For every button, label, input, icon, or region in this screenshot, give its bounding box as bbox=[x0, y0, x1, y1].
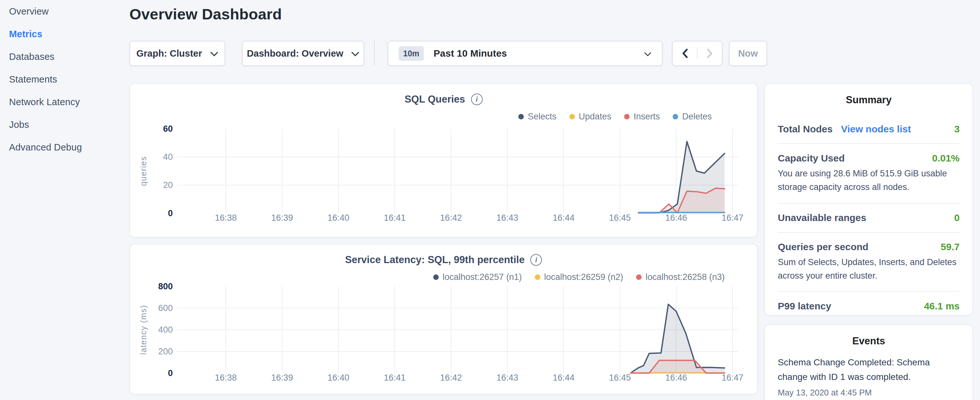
legend-label: localhost:26258 (n3) bbox=[646, 272, 725, 282]
dashboard-dropdown[interactable]: Dashboard: Overview bbox=[242, 41, 364, 66]
chart-title: Service Latency: SQL, 99th percentile bbox=[345, 254, 525, 266]
legend-dot-icon bbox=[636, 274, 641, 280]
sidebar-item-overview[interactable]: Overview bbox=[0, 0, 129, 23]
time-pager bbox=[672, 41, 722, 66]
summary-row-queries-per-second: Queries per second 59.7 Sum of Selects, … bbox=[778, 233, 959, 292]
info-icon[interactable]: i bbox=[530, 254, 542, 266]
svg-text:16:38: 16:38 bbox=[215, 213, 237, 223]
service-latency-chart-card: Service Latency: SQL, 99th percentile i … bbox=[129, 244, 758, 395]
svg-text:0: 0 bbox=[168, 209, 173, 218]
svg-text:16:44: 16:44 bbox=[553, 213, 574, 223]
page-title: Overview Dashboard bbox=[129, 5, 282, 23]
legend-dot-icon bbox=[535, 274, 540, 280]
svg-text:40: 40 bbox=[163, 152, 173, 162]
chart-legend: SelectsUpdatesInsertsDeletes bbox=[518, 112, 712, 122]
legend-label: Selects bbox=[528, 112, 557, 122]
sidebar-item-metrics[interactable]: Metrics bbox=[0, 23, 129, 45]
time-range-label: Past 10 Minutes bbox=[434, 48, 507, 59]
svg-text:latency (ms): latency (ms) bbox=[139, 305, 148, 355]
summary-value: 46.1 ms bbox=[924, 301, 959, 312]
legend-label: Updates bbox=[579, 112, 611, 122]
legend-dot-icon bbox=[433, 274, 439, 280]
svg-text:16:43: 16:43 bbox=[496, 213, 518, 223]
legend-item: Deletes bbox=[673, 112, 712, 122]
sidebar: Overview Metrics Databases Statements Ne… bbox=[0, 0, 129, 400]
summary-description: You are using 28.6 MiB of 515.9 GiB usab… bbox=[778, 167, 959, 194]
summary-row-p99-latency: P99 latency 46.1 ms bbox=[778, 292, 959, 320]
sidebar-item-advanced-debug[interactable]: Advanced Debug bbox=[0, 136, 129, 159]
summary-heading: Summary bbox=[778, 94, 959, 106]
svg-text:16:41: 16:41 bbox=[384, 373, 406, 382]
chevron-right-icon bbox=[706, 48, 713, 59]
svg-text:16:42: 16:42 bbox=[440, 373, 462, 382]
svg-text:16:39: 16:39 bbox=[271, 213, 293, 223]
summary-value: 3 bbox=[954, 124, 959, 135]
summary-row-capacity-used: Capacity Used 0.01% You are using 28.6 M… bbox=[778, 144, 959, 203]
summary-row-total-nodes: Total Nodes View nodes list 3 bbox=[778, 115, 959, 143]
events-heading: Events bbox=[778, 335, 959, 347]
graph-scope-dropdown[interactable]: Graph: Cluster bbox=[129, 41, 225, 66]
svg-text:16:46: 16:46 bbox=[665, 213, 687, 223]
legend-label: localhost:26257 (n1) bbox=[442, 272, 522, 282]
summary-label: Unavailable ranges bbox=[778, 212, 866, 223]
svg-text:16:46: 16:46 bbox=[665, 373, 687, 382]
summary-label: P99 latency bbox=[778, 301, 831, 312]
chevron-down-icon bbox=[644, 48, 652, 59]
sidebar-item-network-latency[interactable]: Network Latency bbox=[0, 91, 129, 113]
sidebar-item-statements[interactable]: Statements bbox=[0, 68, 129, 91]
legend-item: localhost:26259 (n2) bbox=[535, 272, 624, 282]
time-range-badge: 10m bbox=[399, 46, 424, 61]
chart-title: SQL Queries bbox=[404, 94, 465, 105]
legend-item: localhost:26257 (n1) bbox=[433, 272, 522, 282]
legend-item: Updates bbox=[570, 112, 611, 122]
event-text: Schema Change Completed: Schema change w… bbox=[778, 355, 959, 384]
now-button[interactable]: Now bbox=[729, 41, 767, 66]
svg-text:queries: queries bbox=[139, 156, 148, 186]
sql-queries-chart: 16:3816:3916:4016:4116:4216:4316:4416:45… bbox=[130, 84, 758, 239]
chevron-down-icon bbox=[351, 48, 360, 59]
legend-dot-icon bbox=[673, 114, 678, 120]
summary-description: Sum of Selects, Updates, Inserts, and De… bbox=[778, 256, 959, 283]
time-back-button[interactable] bbox=[673, 48, 697, 59]
toolbar-divider bbox=[374, 41, 375, 66]
chart-legend: localhost:26257 (n1)localhost:26259 (n2)… bbox=[433, 272, 725, 282]
time-forward-button[interactable] bbox=[697, 48, 722, 59]
sidebar-item-jobs[interactable]: Jobs bbox=[0, 113, 129, 136]
summary-label: Capacity Used bbox=[778, 153, 845, 164]
svg-text:400: 400 bbox=[158, 325, 173, 335]
summary-value: 59.7 bbox=[941, 241, 959, 252]
legend-item: localhost:26258 (n3) bbox=[636, 272, 725, 282]
service-latency-chart: 16:3816:3916:4016:4116:4216:4316:4416:45… bbox=[130, 244, 758, 397]
legend-label: Inserts bbox=[633, 112, 660, 122]
sql-queries-chart-card: SQL Queries i SelectsUpdatesInsertsDelet… bbox=[129, 83, 758, 237]
svg-text:0: 0 bbox=[168, 368, 173, 378]
toolbar: Graph: Cluster Dashboard: Overview 10m P… bbox=[129, 41, 767, 66]
svg-text:16:47: 16:47 bbox=[721, 373, 743, 382]
svg-text:16:42: 16:42 bbox=[440, 213, 462, 223]
legend-dot-icon bbox=[570, 114, 575, 120]
dashboard-label: Dashboard: Overview bbox=[247, 48, 343, 59]
view-nodes-list-link[interactable]: View nodes list bbox=[841, 124, 911, 135]
sidebar-item-databases[interactable]: Databases bbox=[0, 45, 129, 68]
svg-text:20: 20 bbox=[163, 180, 173, 190]
graph-scope-label: Graph: Cluster bbox=[136, 48, 202, 59]
legend-dot-icon bbox=[624, 114, 630, 120]
svg-text:16:44: 16:44 bbox=[553, 373, 574, 382]
legend-item: Inserts bbox=[624, 112, 660, 122]
summary-label: Queries per second bbox=[778, 241, 869, 252]
info-icon[interactable]: i bbox=[471, 94, 483, 105]
svg-text:16:39: 16:39 bbox=[271, 373, 293, 382]
chevron-down-icon bbox=[210, 48, 218, 59]
event-item[interactable]: Schema Change Completed: Schema change w… bbox=[778, 355, 959, 398]
event-timestamp: May 13, 2020 at 4:45 PM bbox=[778, 388, 959, 398]
legend-dot-icon bbox=[518, 114, 524, 120]
svg-text:16:40: 16:40 bbox=[328, 373, 349, 382]
chevron-left-icon bbox=[682, 48, 688, 59]
svg-text:800: 800 bbox=[158, 282, 173, 291]
time-range-selector[interactable]: 10m Past 10 Minutes bbox=[388, 41, 663, 66]
svg-text:16:45: 16:45 bbox=[609, 373, 631, 382]
summary-row-unavailable-ranges: Unavailable ranges 0 bbox=[778, 204, 959, 232]
svg-text:600: 600 bbox=[158, 303, 173, 313]
legend-item: Selects bbox=[518, 112, 557, 122]
legend-label: Deletes bbox=[682, 112, 712, 122]
